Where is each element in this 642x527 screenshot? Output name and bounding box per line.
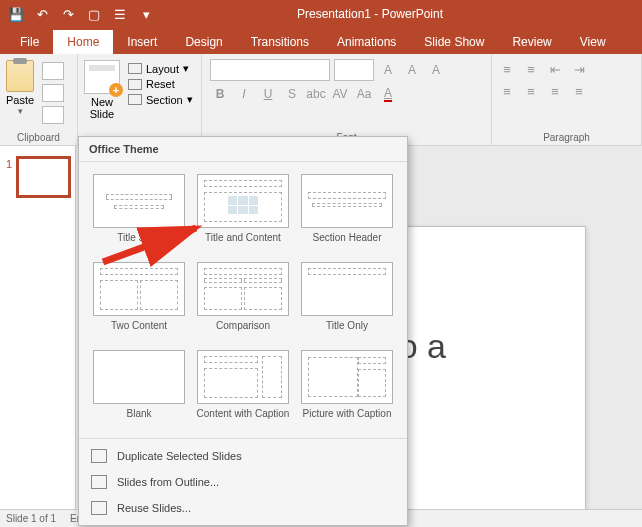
layout-picture-with-caption[interactable]: Picture with Caption <box>297 348 397 432</box>
duplicate-selected-slides[interactable]: Duplicate Selected Slides <box>79 443 407 469</box>
tab-design[interactable]: Design <box>171 30 236 54</box>
decrease-indent-button[interactable]: ⇤ <box>546 60 564 78</box>
tab-home[interactable]: Home <box>53 30 113 54</box>
cut-button[interactable] <box>42 62 64 80</box>
layout-button[interactable]: Layout▾ <box>128 62 193 75</box>
layout-title-slide[interactable]: Title Slide <box>89 172 189 256</box>
qat-more-icon[interactable]: ▾ <box>134 3 158 25</box>
italic-button[interactable]: I <box>234 84 254 104</box>
window-title: Presentation1 - PowerPoint <box>158 7 642 21</box>
copy-button[interactable] <box>42 84 64 102</box>
slide-thumbnail-pane[interactable]: 1 <box>0 146 76 509</box>
slide-thumb-1[interactable]: 1 <box>0 152 75 202</box>
slides-from-outline[interactable]: Slides from Outline... <box>79 469 407 495</box>
ribbon-group-font: A A A B I U S abc AV Aa A Font <box>202 54 492 145</box>
layout-content-with-caption[interactable]: Content with Caption <box>193 348 293 432</box>
outline-icon <box>91 475 107 489</box>
reset-button[interactable]: Reset <box>128 78 193 90</box>
tab-file[interactable]: File <box>6 30 53 54</box>
layout-title-only[interactable]: Title Only <box>297 260 397 344</box>
reuse-slides[interactable]: Reuse Slides... <box>79 495 407 521</box>
format-painter-button[interactable] <box>42 106 64 124</box>
redo-icon[interactable]: ↷ <box>56 3 80 25</box>
ribbon: Paste ▾ Clipboard + New Slide Layout▾ Re… <box>0 54 642 146</box>
font-family-select[interactable] <box>210 59 330 81</box>
decrease-font-icon[interactable]: A <box>402 60 422 80</box>
start-from-beginning-icon[interactable]: ▢ <box>82 3 106 25</box>
change-case-button[interactable]: Aa <box>354 84 374 104</box>
layout-two-content[interactable]: Two Content <box>89 260 189 344</box>
ribbon-tabs: File Home Insert Design Transitions Anim… <box>0 28 642 54</box>
numbering-button[interactable]: ≡ <box>522 60 540 78</box>
justify-button[interactable]: ≡ <box>570 82 588 100</box>
section-button[interactable]: Section▾ <box>128 93 193 106</box>
duplicate-icon <box>91 449 107 463</box>
increase-indent-button[interactable]: ⇥ <box>570 60 588 78</box>
layout-icon <box>128 63 142 74</box>
font-size-select[interactable] <box>334 59 374 81</box>
align-center-button[interactable]: ≡ <box>522 82 540 100</box>
new-slide-label: New Slide <box>90 96 114 120</box>
reuse-icon <box>91 501 107 515</box>
char-spacing-button[interactable]: AV <box>330 84 350 104</box>
ribbon-group-slides: + New Slide Layout▾ Reset Section▾ <box>78 54 202 145</box>
clear-formatting-icon[interactable]: A <box>426 60 446 80</box>
reset-icon <box>128 79 142 90</box>
layout-section-header[interactable]: Section Header <box>297 172 397 256</box>
strikethrough-button[interactable]: S <box>282 84 302 104</box>
slide-thumb-number: 1 <box>6 158 18 170</box>
tab-review[interactable]: Review <box>498 30 565 54</box>
touch-mode-icon[interactable]: ☰ <box>108 3 132 25</box>
align-right-button[interactable]: ≡ <box>546 82 564 100</box>
clipboard-group-label: Clipboard <box>6 130 71 145</box>
tab-slideshow[interactable]: Slide Show <box>410 30 498 54</box>
paste-button[interactable]: Paste ▾ <box>6 56 34 116</box>
tab-insert[interactable]: Insert <box>113 30 171 54</box>
section-icon <box>128 94 142 105</box>
layout-comparison[interactable]: Comparison <box>193 260 293 344</box>
tab-animations[interactable]: Animations <box>323 30 410 54</box>
new-slide-button[interactable]: + New Slide <box>84 56 120 120</box>
paste-label: Paste <box>6 94 34 106</box>
status-slide-count: Slide 1 of 1 <box>6 513 56 524</box>
increase-font-icon[interactable]: A <box>378 60 398 80</box>
tab-view[interactable]: View <box>566 30 620 54</box>
layout-panel-header: Office Theme <box>79 137 407 162</box>
font-color-button[interactable]: A <box>378 84 398 104</box>
tab-transitions[interactable]: Transitions <box>237 30 323 54</box>
slide-thumb-preview <box>18 158 69 196</box>
paragraph-group-label: Paragraph <box>498 130 635 145</box>
quick-access-toolbar: 💾 ↶ ↷ ▢ ☰ ▾ <box>0 3 158 25</box>
ribbon-group-paragraph: ≡ ≡ ⇤ ⇥ ≡ ≡ ≡ ≡ Paragraph <box>492 54 642 145</box>
title-bar: 💾 ↶ ↷ ▢ ☰ ▾ Presentation1 - PowerPoint <box>0 0 642 28</box>
save-icon[interactable]: 💾 <box>4 3 28 25</box>
layout-title-and-content[interactable]: Title and Content <box>193 172 293 256</box>
layout-blank[interactable]: Blank <box>89 348 189 432</box>
ribbon-group-clipboard: Paste ▾ Clipboard <box>0 54 78 145</box>
align-left-button[interactable]: ≡ <box>498 82 516 100</box>
underline-button[interactable]: U <box>258 84 278 104</box>
undo-icon[interactable]: ↶ <box>30 3 54 25</box>
new-slide-icon: + <box>84 60 120 94</box>
shadow-button[interactable]: abc <box>306 84 326 104</box>
bold-button[interactable]: B <box>210 84 230 104</box>
clipboard-icon <box>6 60 34 92</box>
bullets-button[interactable]: ≡ <box>498 60 516 78</box>
new-slide-layout-panel: Office Theme Title Slide Title and Conte… <box>78 136 408 526</box>
